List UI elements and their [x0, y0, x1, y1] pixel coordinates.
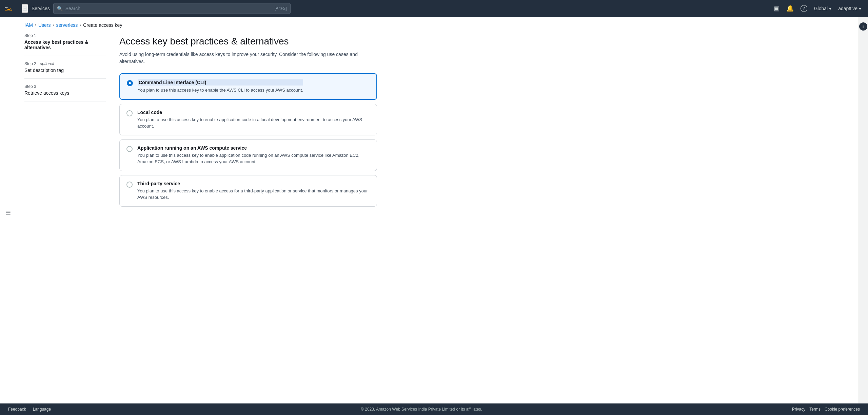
- search-bar: 🔍 [Alt+S]: [53, 3, 291, 14]
- search-shortcut: [Alt+S]: [275, 6, 287, 11]
- option-third-party-radio[interactable]: [126, 182, 133, 188]
- terminal-icon: ▣: [774, 5, 780, 12]
- terms-link[interactable]: Terms: [809, 407, 821, 412]
- services-button[interactable]: Services: [32, 6, 50, 11]
- notifications-button[interactable]: 🔔: [784, 3, 796, 14]
- option-aws-compute-text: Application running on an AWS compute se…: [137, 145, 370, 165]
- svg-text:aws: aws: [5, 6, 8, 8]
- sidebar-toggle-area: ☰: [0, 17, 16, 403]
- steps-sidebar: Step 1 Access key best practices & alter…: [24, 33, 106, 211]
- info-panel: i: [858, 17, 868, 403]
- option-local-code-desc: You plan to use this access key to enabl…: [137, 116, 370, 130]
- account-caret-icon: ▾: [859, 6, 861, 11]
- sidebar-toggle-button[interactable]: ☰: [5, 22, 11, 403]
- page-subtitle: Avoid using long-term credentials like a…: [119, 51, 377, 65]
- account-menu[interactable]: adapttive ▾: [835, 4, 864, 13]
- nav-right-controls: ▣ 🔔 ? Global ▾ adapttive ▾: [771, 3, 864, 14]
- option-third-party-text: Third-party service You plan to use this…: [137, 181, 370, 201]
- top-navigation: aws ⊞ Services 🔍 [Alt+S] ▣ 🔔 ? Global ▾ …: [0, 0, 868, 17]
- step-2-optional: optional: [40, 61, 54, 66]
- option-local-code-text: Local code You plan to use this access k…: [137, 110, 370, 130]
- region-label: Global: [814, 6, 828, 11]
- step-3-label: Step 3: [24, 84, 106, 89]
- footer-left: Feedback Language: [8, 407, 51, 412]
- search-input[interactable]: [65, 6, 272, 11]
- feedback-link[interactable]: Feedback: [8, 407, 26, 412]
- info-icon-button[interactable]: i: [859, 22, 867, 31]
- option-cli-radio[interactable]: [127, 80, 133, 86]
- option-aws-compute-card[interactable]: Application running on an AWS compute se…: [119, 139, 377, 171]
- option-cli-title: Command Line Interface (CLI): [138, 79, 303, 86]
- step-1-title: Access key best practices & alternatives: [24, 39, 106, 50]
- page-title: Access key best practices & alternatives: [119, 36, 377, 47]
- breadcrumb-iam[interactable]: IAM: [24, 22, 33, 28]
- aws-logo: aws: [4, 3, 17, 14]
- step-2-title: Set description tag: [24, 68, 106, 73]
- breadcrumb: IAM › Users › serverless › Create access…: [16, 17, 858, 33]
- option-third-party-title: Third-party service: [137, 181, 370, 186]
- language-link[interactable]: Language: [33, 407, 51, 412]
- breadcrumb-sep-3: ›: [80, 23, 81, 27]
- option-third-party-desc: You plan to use this access key to enabl…: [137, 188, 370, 201]
- option-third-party-card[interactable]: Third-party service You plan to use this…: [119, 175, 377, 207]
- breadcrumb-serverless[interactable]: serverless: [56, 22, 78, 28]
- breadcrumb-sep-1: ›: [35, 23, 36, 27]
- footer-copyright: © 2023, Amazon Web Services India Privat…: [361, 407, 482, 412]
- step-1-label: Step 1: [24, 33, 106, 38]
- option-aws-compute-desc: You plan to use this access key to enabl…: [137, 152, 370, 165]
- option-cli-text: Command Line Interface (CLI) You plan to…: [138, 79, 303, 94]
- cookie-preferences-link[interactable]: Cookie preferences: [825, 407, 860, 412]
- option-local-code-title: Local code: [137, 110, 370, 115]
- content-layout: Step 1 Access key best practices & alter…: [16, 33, 858, 224]
- bell-icon: 🔔: [786, 5, 794, 12]
- search-icon: 🔍: [57, 6, 63, 11]
- option-aws-compute-title: Application running on an AWS compute se…: [137, 145, 370, 151]
- help-button[interactable]: ?: [798, 3, 810, 14]
- step-3-item: Step 3 Retrieve access keys: [24, 79, 106, 101]
- breadcrumb-sep-2: ›: [53, 23, 54, 27]
- main-wrapper: ☰ IAM › Users › serverless › Create acce…: [0, 17, 868, 403]
- account-label: adapttive: [838, 6, 857, 11]
- option-local-code-radio[interactable]: [126, 110, 133, 116]
- breadcrumb-current: Create access key: [83, 22, 122, 28]
- main-section: Access key best practices & alternatives…: [119, 33, 377, 211]
- step-1-item: Step 1 Access key best practices & alter…: [24, 33, 106, 56]
- option-aws-compute-radio[interactable]: [126, 146, 133, 152]
- breadcrumb-users[interactable]: Users: [38, 22, 51, 28]
- info-icon: i: [863, 24, 864, 29]
- help-icon: ?: [801, 5, 807, 12]
- footer-right: Privacy Terms Cookie preferences: [792, 407, 860, 412]
- terminal-icon-button[interactable]: ▣: [771, 3, 782, 14]
- step-2-item: Step 2 - optional Set description tag: [24, 56, 106, 79]
- privacy-link[interactable]: Privacy: [792, 407, 805, 412]
- option-cli-card[interactable]: Command Line Interface (CLI) You plan to…: [119, 73, 377, 100]
- option-local-code-card[interactable]: Local code You plan to use this access k…: [119, 104, 377, 135]
- caret-down-icon: ▾: [829, 6, 831, 11]
- footer: Feedback Language © 2023, Amazon Web Ser…: [0, 403, 868, 415]
- step-3-title: Retrieve access keys: [24, 90, 106, 96]
- grid-menu-button[interactable]: ⊞: [22, 4, 28, 13]
- page-content: IAM › Users › serverless › Create access…: [16, 17, 858, 403]
- step-2-label: Step 2 - optional: [24, 61, 106, 66]
- region-selector[interactable]: Global ▾: [811, 4, 834, 13]
- option-cli-desc: You plan to use this access key to enabl…: [138, 87, 303, 94]
